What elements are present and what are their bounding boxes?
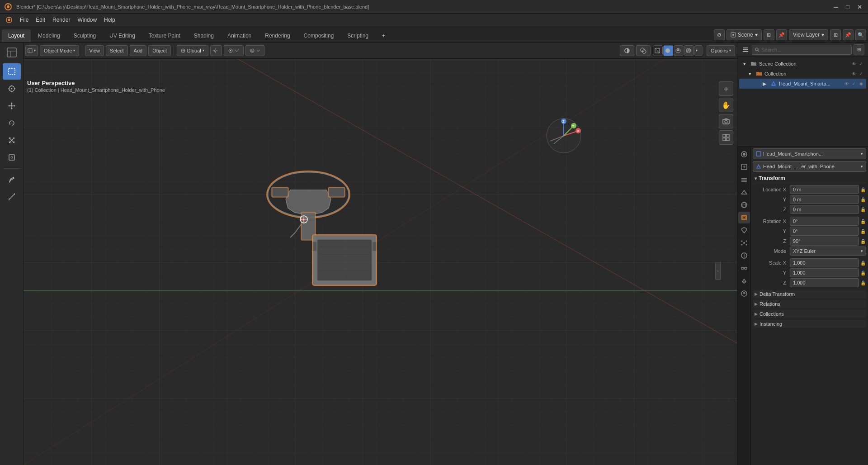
- tab-animation[interactable]: Animation: [221, 29, 258, 42]
- select-box-tool[interactable]: [3, 63, 21, 80]
- layer-pin-btn[interactable]: 📌: [843, 29, 854, 40]
- scene-selector[interactable]: Scene ▾: [726, 29, 762, 40]
- measure-tool[interactable]: [3, 189, 21, 205]
- search-btn[interactable]: 🔍: [855, 29, 866, 40]
- rotation-mode-selector[interactable]: XYZ Euler ▾: [790, 247, 866, 256]
- close-button[interactable]: ✕: [854, 2, 864, 12]
- scale-z-lock[interactable]: 🔒: [860, 280, 866, 286]
- outliner-search-input[interactable]: Search...: [752, 45, 852, 55]
- relations-header[interactable]: ▶ Relations: [753, 300, 866, 308]
- mesh-data-selector[interactable]: Head_Mount_..._er_with_Phone ▾: [753, 161, 866, 172]
- tab-layout[interactable]: Layout: [2, 29, 31, 42]
- scale-y-value[interactable]: 1.000: [790, 268, 859, 277]
- menu-file[interactable]: File: [16, 16, 32, 24]
- scale-y-lock[interactable]: 🔒: [860, 270, 866, 276]
- rendered-mode-btn[interactable]: [684, 45, 694, 56]
- view-menu-btn[interactable]: View: [85, 45, 104, 56]
- viewport-shading-group[interactable]: [620, 45, 634, 56]
- tab-uv-editing[interactable]: UV Editing: [103, 29, 142, 42]
- tab-scripting[interactable]: Scripting: [341, 29, 375, 42]
- rotation-y-lock[interactable]: 🔒: [860, 228, 866, 234]
- outliner-collection[interactable]: ▾ Collection 👁 ✓: [739, 69, 866, 79]
- particles-props-btn[interactable]: [738, 237, 750, 249]
- minimize-button[interactable]: ─: [831, 2, 841, 12]
- collection-expand-icon[interactable]: ▾: [746, 70, 754, 77]
- transform-tool[interactable]: [3, 149, 21, 166]
- scene-options-btn[interactable]: ⊞: [764, 29, 774, 40]
- collections-header[interactable]: ▶ Collections: [753, 310, 866, 318]
- collection-restrict[interactable]: ✓: [858, 71, 864, 77]
- transform-orientation-selector[interactable]: Global ▾: [177, 45, 208, 56]
- n-panel-toggle[interactable]: ‹: [715, 262, 721, 280]
- output-props-btn[interactable]: [738, 161, 750, 173]
- menu-render[interactable]: Render: [49, 16, 74, 24]
- tab-add[interactable]: +: [376, 29, 392, 42]
- modifiers-props-btn[interactable]: [738, 224, 750, 236]
- scene-collection-expand-icon[interactable]: ▾: [741, 60, 748, 67]
- add-menu-btn[interactable]: Add: [130, 45, 147, 56]
- scale-z-value[interactable]: 1.000: [790, 278, 859, 287]
- pan-btn[interactable]: ✋: [719, 98, 733, 112]
- data-props-btn[interactable]: [738, 275, 750, 287]
- object-mode-selector[interactable]: Object Mode ▾: [40, 45, 79, 56]
- layer-options-btn[interactable]: ⊞: [830, 29, 841, 40]
- scale-tool[interactable]: [3, 132, 21, 148]
- outliner-editor-icon[interactable]: [741, 45, 750, 54]
- object-type-selector[interactable]: Head_Mount_Smartphon... ▾: [753, 148, 866, 159]
- transform-header[interactable]: ▾ Transform: [753, 174, 866, 183]
- move-tool[interactable]: [3, 98, 21, 114]
- zoom-in-btn[interactable]: ＋: [719, 81, 733, 96]
- mesh-render-restrict[interactable]: ◉: [858, 81, 864, 87]
- object-menu-btn[interactable]: Object: [148, 45, 171, 56]
- rotation-z-lock[interactable]: 🔒: [860, 238, 866, 244]
- mesh-expand-icon[interactable]: ▶: [761, 80, 768, 87]
- grid-view-btn[interactable]: [719, 130, 733, 145]
- outliner-scene-collection[interactable]: ▾ Scene Collection 👁 ✓: [739, 59, 866, 69]
- outliner-filter-btn[interactable]: ⊞: [854, 44, 864, 55]
- tab-shading[interactable]: Shading: [188, 29, 220, 42]
- menu-blender[interactable]: [2, 15, 16, 24]
- mesh-visibility[interactable]: 👁: [844, 81, 850, 87]
- snapping-btn[interactable]: [224, 45, 244, 56]
- world-props-btn[interactable]: [738, 199, 750, 211]
- tab-texture-paint[interactable]: Texture Paint: [142, 29, 187, 42]
- menu-help[interactable]: Help: [100, 16, 119, 24]
- outliner-mesh-object[interactable]: ▶ Head_Mount_Smartp... 👁 ✓ ◉: [739, 79, 866, 89]
- viewport-area[interactable]: ▾ Object Mode ▾ View Select Add Object: [24, 43, 737, 465]
- rotation-z-value[interactable]: 90°: [790, 237, 859, 246]
- annotate-tool[interactable]: [3, 171, 21, 188]
- rotation-x-lock[interactable]: 🔒: [860, 218, 866, 224]
- select-menu-btn[interactable]: Select: [106, 45, 128, 56]
- solid-mode-btn[interactable]: [663, 45, 673, 56]
- window-controls[interactable]: ─ □ ✕: [831, 2, 864, 12]
- cursor-tool[interactable]: [3, 81, 21, 97]
- viewport-overlay-btn[interactable]: [636, 45, 651, 56]
- collection-visibility[interactable]: 👁: [851, 71, 857, 77]
- constraints-props-btn[interactable]: [738, 262, 750, 274]
- maximize-button[interactable]: □: [843, 2, 853, 12]
- shading-options-btn[interactable]: ▾: [694, 45, 703, 56]
- material-mode-btn[interactable]: [674, 45, 684, 56]
- object-props-btn[interactable]: [738, 212, 750, 223]
- tab-sculpting[interactable]: Sculpting: [67, 29, 102, 42]
- tab-modeling[interactable]: Modeling: [32, 29, 66, 42]
- editor-type-btn[interactable]: [3, 44, 21, 61]
- render-props-btn[interactable]: [738, 148, 750, 160]
- location-x-lock[interactable]: 🔒: [860, 186, 866, 193]
- wireframe-mode-btn[interactable]: [653, 45, 663, 56]
- view-layer-props-btn[interactable]: [738, 174, 750, 185]
- menu-edit[interactable]: Edit: [32, 16, 49, 24]
- location-x-value[interactable]: 0 m: [790, 185, 859, 194]
- location-y-lock[interactable]: 🔒: [860, 196, 866, 203]
- rotation-x-value[interactable]: 0°: [790, 217, 859, 226]
- view-layer-selector[interactable]: View Layer ▾: [789, 29, 828, 40]
- viewport-canvas[interactable]: Z X Y User Perspective (1) Collection | …: [24, 59, 737, 465]
- physics-props-btn[interactable]: [738, 250, 750, 261]
- camera-btn[interactable]: [719, 114, 733, 128]
- scale-x-value[interactable]: 1.000: [790, 258, 859, 267]
- editor-type-selector[interactable]: ▾: [25, 45, 38, 56]
- scene-props-btn[interactable]: [738, 186, 750, 198]
- scene-collection-visibility[interactable]: 👁: [851, 61, 857, 67]
- location-y-value[interactable]: 0 m: [790, 195, 859, 204]
- location-z-value[interactable]: 0 m: [790, 205, 859, 214]
